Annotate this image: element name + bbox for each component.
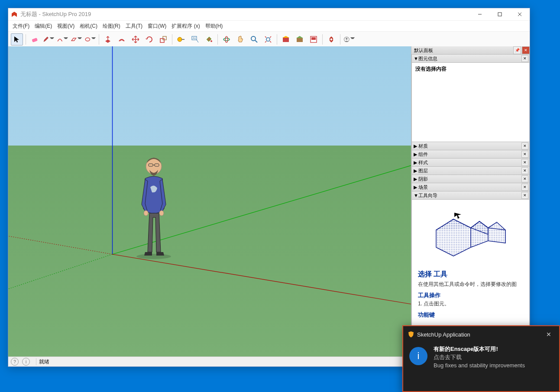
expand-arrow-icon: ▶	[414, 152, 417, 157]
minimize-button[interactable]	[470, 8, 490, 20]
pushpull-tool-button[interactable]	[102, 33, 114, 45]
toast-app-name: SketchUp Application	[417, 331, 470, 338]
zoom-tool-button[interactable]	[248, 33, 260, 45]
panel-header-instructor[interactable]: ▼工具向导✕	[411, 191, 530, 200]
move-tool-button[interactable]	[129, 33, 142, 45]
circle-tool-button[interactable]	[84, 33, 96, 45]
rectangle-tool-button[interactable]	[70, 33, 82, 45]
tray-close-button[interactable]: ✕	[522, 46, 530, 54]
panel-body-entity-info: 没有选择内容	[411, 63, 530, 142]
menu-draw[interactable]: 绘图(R)	[100, 22, 123, 31]
menu-window[interactable]: 窗口(W)	[145, 22, 169, 31]
scale-tool-button[interactable]	[157, 33, 169, 45]
panel-close-button[interactable]: ✕	[521, 55, 528, 62]
svg-rect-20	[283, 38, 289, 42]
panel-header-scenes[interactable]: ▶场景✕	[411, 183, 530, 191]
scale-figure-icon	[133, 148, 176, 261]
toast-close-button[interactable]: ✕	[543, 330, 555, 339]
menubar: 文件(F) 编辑(E) 视图(V) 相机(C) 绘图(R) 工具(T) 窗口(W…	[8, 20, 530, 32]
dropdown-arrow-icon	[50, 37, 54, 42]
toolbar-separator	[322, 34, 323, 45]
warehouse-3d-button[interactable]	[280, 33, 292, 45]
info-icon[interactable]: i	[22, 358, 30, 366]
content-area: 默认面板 📌 ✕ ▼ 图元信息 ✕ 没有选择内容 ▶材质✕ ▶组件✕ ▶样式✕ …	[8, 46, 530, 357]
svg-point-36	[159, 211, 164, 216]
extension-manager-button[interactable]	[325, 33, 337, 45]
text-tool-button[interactable]: A1	[189, 33, 201, 45]
pan-tool-button[interactable]	[234, 33, 246, 45]
panel-header-entity-info[interactable]: ▼ 图元信息 ✕	[411, 54, 530, 63]
toast-line2: 点击去下载	[434, 353, 525, 362]
menu-extensions[interactable]: 扩展程序 (x)	[169, 22, 202, 31]
svg-marker-23	[296, 36, 303, 38]
tray-title[interactable]: 默认面板 📌 ✕	[411, 46, 530, 55]
panel-label: 场景	[418, 184, 428, 191]
zoom-extents-tool-button[interactable]	[262, 33, 274, 45]
svg-rect-8	[160, 39, 164, 42]
toolbar-separator	[172, 34, 172, 45]
maximize-button[interactable]	[490, 8, 510, 20]
svg-line-32	[8, 254, 113, 289]
svg-rect-6	[32, 38, 38, 42]
user-account-button[interactable]	[343, 33, 355, 45]
layout-button[interactable]	[308, 33, 320, 45]
menu-help[interactable]: 帮助(H)	[203, 22, 226, 31]
extension-warehouse-button[interactable]	[294, 33, 306, 45]
panel-label: 图元信息	[418, 55, 437, 62]
panel-close-button[interactable]: ✕	[521, 175, 528, 182]
rotate-tool-button[interactable]	[143, 33, 155, 45]
panel-header-materials[interactable]: ▶材质✕	[411, 142, 530, 150]
main-toolbar: A1	[8, 32, 530, 48]
dropdown-arrow-icon	[78, 37, 82, 42]
toast-line3: Bug fixes and stability improvements	[434, 362, 525, 370]
toolbar-separator	[26, 34, 26, 45]
menu-file[interactable]: 文件(F)	[10, 22, 32, 31]
pencil-tool-button[interactable]	[42, 33, 55, 45]
svg-point-16	[225, 36, 228, 42]
panel-header-components[interactable]: ▶组件✕	[411, 150, 530, 159]
eraser-tool-button[interactable]	[29, 33, 41, 45]
svg-marker-21	[282, 36, 289, 38]
3d-viewport[interactable]	[8, 46, 411, 357]
svg-point-35	[144, 211, 148, 216]
panel-close-button[interactable]: ✕	[521, 159, 528, 166]
svg-point-7	[85, 38, 90, 41]
panel-close-button[interactable]: ✕	[521, 143, 528, 149]
panel-close-button[interactable]: ✕	[521, 151, 528, 158]
panel-header-layers[interactable]: ▶图层✕	[411, 166, 530, 175]
menu-view[interactable]: 视图(V)	[55, 22, 77, 31]
info-circle-icon: i	[409, 347, 427, 365]
panel-close-button[interactable]: ✕	[521, 192, 528, 199]
panel-label: 图层	[418, 168, 428, 174]
panel-header-shadows[interactable]: ▶阴影✕	[411, 175, 530, 183]
notification-toast[interactable]: SketchUp Application ✕ i 有新的Enscape版本可用!…	[402, 325, 560, 392]
status-text: 就绪	[39, 358, 49, 366]
orbit-tool-button[interactable]	[220, 33, 233, 45]
expand-arrow-icon: ▶	[414, 176, 417, 182]
svg-rect-11	[181, 39, 185, 40]
tray-pin-button[interactable]: 📌	[513, 46, 521, 54]
select-tool-button[interactable]	[11, 33, 23, 45]
menu-tools[interactable]: 工具(T)	[123, 22, 145, 31]
expand-arrow-icon: ▶	[414, 168, 417, 174]
paint-bucket-tool-button[interactable]	[203, 33, 215, 45]
close-button[interactable]	[510, 8, 530, 20]
panel-label: 材质	[418, 143, 428, 149]
svg-point-19	[266, 38, 270, 41]
arc-tool-button[interactable]	[56, 33, 68, 45]
panel-close-button[interactable]: ✕	[521, 184, 528, 191]
menu-edit[interactable]: 编辑(E)	[32, 22, 55, 31]
sketchup-logo-icon	[11, 11, 18, 18]
expand-arrow-icon: ▶	[414, 143, 417, 149]
svg-rect-25	[311, 37, 316, 40]
panel-label: 阴影	[418, 176, 428, 182]
status-separator	[36, 358, 36, 365]
menu-camera[interactable]: 相机(C)	[77, 22, 100, 31]
tape-measure-tool-button[interactable]	[175, 33, 187, 45]
help-icon[interactable]: ?	[11, 358, 19, 366]
svg-point-15	[223, 38, 230, 41]
panel-close-button[interactable]: ✕	[521, 167, 528, 174]
panel-header-styles[interactable]: ▶样式✕	[411, 158, 530, 167]
svg-rect-9	[163, 36, 166, 40]
offset-tool-button[interactable]	[116, 33, 128, 45]
